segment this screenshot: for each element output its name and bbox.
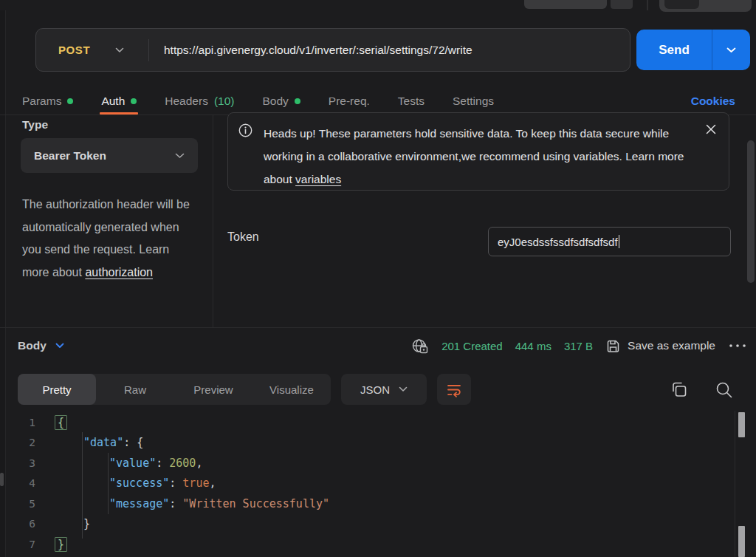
copy-icon[interactable] xyxy=(670,380,689,400)
scrollbar-thumb[interactable] xyxy=(747,140,755,283)
code-scrollbar-thumb[interactable] xyxy=(738,412,745,437)
token-input[interactable]: eyJ0esdssfssdfsdfsdfsdf xyxy=(488,227,731,256)
code-token-bool: true xyxy=(182,476,209,490)
save-as-example-button[interactable]: Save as example xyxy=(605,338,715,354)
panel-divider xyxy=(213,115,213,327)
line-number: 4 xyxy=(0,477,46,489)
tab-label: Tests xyxy=(398,95,425,108)
response-body-label: Body xyxy=(18,339,47,352)
code-line[interactable]: 2"data": { xyxy=(0,433,735,454)
network-lock-icon[interactable] xyxy=(412,338,429,354)
sensitive-data-banner: Heads up! These parameters hold sensitiv… xyxy=(227,112,729,191)
code-line[interactable]: 5"message": "Written Successfully" xyxy=(0,493,735,514)
variables-link[interactable]: variables xyxy=(295,173,341,185)
view-preview[interactable]: Preview xyxy=(174,374,252,405)
info-icon xyxy=(238,123,252,137)
tab-label: Auth xyxy=(101,95,125,108)
view-pretty[interactable]: Pretty xyxy=(18,374,96,405)
code-token-brace-hl: } xyxy=(55,537,67,552)
line-number: 6 xyxy=(0,518,46,530)
send-button[interactable]: Send xyxy=(636,30,750,70)
line-number: 7 xyxy=(0,539,46,550)
code-token-punc: } xyxy=(83,517,90,530)
tab-label: Body xyxy=(262,95,288,108)
code-token-punc: , xyxy=(209,476,216,490)
more-options-icon[interactable] xyxy=(728,342,747,349)
code-token-key: "value" xyxy=(109,457,156,470)
method-dropdown[interactable]: POST xyxy=(36,44,148,56)
format-dropdown[interactable]: JSON xyxy=(341,374,427,405)
code-scrollbar-thumb[interactable] xyxy=(738,526,745,557)
view-switcher: Pretty Raw Preview Visualize xyxy=(18,374,331,405)
chevron-down-icon xyxy=(399,386,408,392)
tab-settings[interactable]: Settings xyxy=(453,87,494,115)
code-text: "message": "Written Successfully" xyxy=(46,497,329,510)
wrap-lines-button[interactable] xyxy=(437,374,471,405)
auth-type-select[interactable]: Bearer Token xyxy=(21,138,198,173)
toolbar-divider xyxy=(647,0,648,10)
toolbar-fragment xyxy=(664,0,699,9)
status-badge[interactable]: 201 Created xyxy=(441,340,503,352)
format-label: JSON xyxy=(360,383,390,396)
code-line[interactable]: 1{ xyxy=(0,412,735,433)
line-number: 3 xyxy=(0,457,46,469)
code-line[interactable]: 4"success": true, xyxy=(0,474,735,494)
code-token-punc: : xyxy=(169,497,182,510)
headers-count: (10) xyxy=(214,95,235,108)
tab-auth[interactable]: Auth xyxy=(101,87,137,115)
line-number: 2 xyxy=(0,437,46,448)
code-text: } xyxy=(46,538,64,551)
send-options-chevron[interactable] xyxy=(712,47,750,53)
authorization-link[interactable]: authorization xyxy=(85,266,153,278)
response-body-toggle[interactable]: Body xyxy=(18,339,64,352)
code-token-key: "message" xyxy=(109,497,169,510)
wrap-lines-icon xyxy=(446,381,462,397)
tab-label: Headers xyxy=(165,95,208,108)
code-line[interactable]: 3"value": 2600, xyxy=(0,453,735,474)
tab-tests[interactable]: Tests xyxy=(398,87,425,115)
tab-pre-req[interactable]: Pre-req. xyxy=(329,87,370,115)
response-meta: 201 Created 444 ms 317 B Save as example xyxy=(412,338,747,354)
postman-window: POST Send Params Auth Headers (10) Body xyxy=(0,0,756,557)
tab-params[interactable]: Params xyxy=(22,87,73,115)
code-token-punc: , xyxy=(196,457,202,470)
chevron-down-icon xyxy=(175,153,185,159)
response-time[interactable]: 444 ms xyxy=(515,340,551,352)
code-token-punc: : xyxy=(169,476,182,490)
token-value: eyJ0esdssfssdfsdfsdfsdf xyxy=(498,236,618,248)
code-token-brace-hl: { xyxy=(55,415,67,430)
response-code-editor[interactable]: 1{2"data": {3"value": 2600,4"success": t… xyxy=(0,412,735,557)
save-as-example-label: Save as example xyxy=(628,339,715,352)
code-token-num: 2600 xyxy=(169,457,196,470)
tab-label: Params xyxy=(22,95,61,108)
search-icon[interactable] xyxy=(714,380,734,400)
url-input[interactable] xyxy=(149,44,630,57)
code-text: "success": true, xyxy=(46,476,216,490)
toolbar-fragment xyxy=(524,0,607,9)
tab-headers[interactable]: Headers (10) xyxy=(165,87,234,115)
cookies-link[interactable]: Cookies xyxy=(691,95,735,108)
code-text: "data": { xyxy=(46,436,143,449)
view-visualize[interactable]: Visualize xyxy=(252,374,331,405)
code-line[interactable]: 6} xyxy=(0,514,735,535)
code-token-key: "data" xyxy=(83,436,123,449)
request-url-bar: POST xyxy=(35,28,630,72)
tab-body[interactable]: Body xyxy=(262,87,300,115)
line-number: 1 xyxy=(0,417,46,428)
indent-guide xyxy=(82,432,83,539)
banner-text: Heads up! These parameters hold sensitiv… xyxy=(264,122,686,191)
green-dot-icon xyxy=(295,98,300,104)
response-size[interactable]: 317 B xyxy=(564,340,593,352)
code-line[interactable]: 7} xyxy=(0,534,735,555)
save-icon xyxy=(605,338,621,354)
toolbar-fragment xyxy=(611,0,633,9)
toolbar-right xyxy=(670,380,734,400)
close-icon[interactable] xyxy=(705,123,717,135)
code-token-str: "Written Successfully" xyxy=(182,497,329,510)
auth-type-label: Type xyxy=(22,118,48,131)
request-tabs: Params Auth Headers (10) Body Pre-req. T… xyxy=(0,87,756,115)
auth-type-value: Bearer Token xyxy=(34,149,175,163)
view-raw[interactable]: Raw xyxy=(96,374,174,405)
code-token-punc: : { xyxy=(123,436,143,449)
method-label: POST xyxy=(58,44,90,56)
